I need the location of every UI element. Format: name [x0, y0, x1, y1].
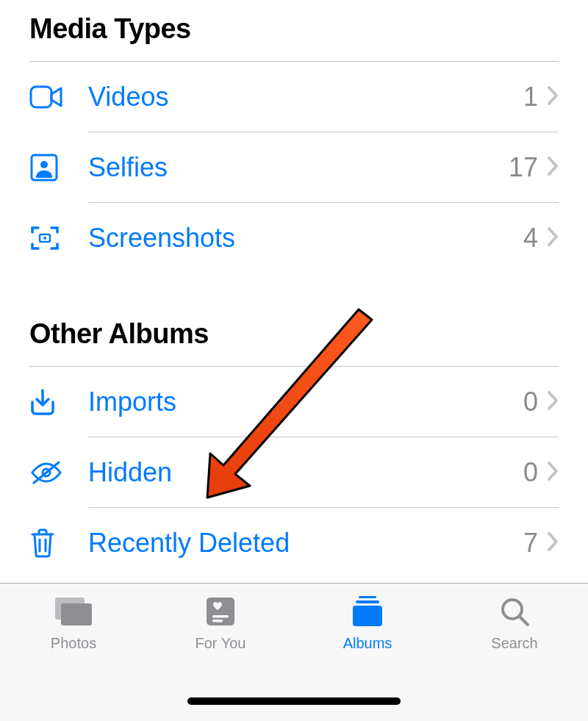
svg-point-4 — [43, 237, 46, 240]
row-count: 0 — [523, 387, 538, 417]
albums-stack-icon — [350, 594, 385, 629]
row-label: Selfies — [88, 152, 509, 183]
video-camera-icon — [29, 85, 88, 109]
chevron-right-icon — [547, 390, 559, 414]
section-header-media-types: Media Types — [29, 0, 559, 61]
chevron-right-icon — [547, 85, 559, 109]
row-count: 7 — [523, 528, 538, 559]
row-label: Hidden — [88, 457, 523, 488]
row-count: 0 — [523, 457, 538, 488]
tab-search[interactable]: Search — [452, 594, 577, 652]
import-icon — [29, 387, 88, 417]
row-label: Videos — [88, 82, 523, 112]
for-you-icon — [204, 594, 237, 629]
tab-photos[interactable]: Photos — [11, 594, 136, 652]
section-header-other-albums: Other Albums — [29, 273, 559, 366]
svg-rect-11 — [359, 596, 376, 598]
tab-label: For You — [196, 635, 246, 652]
chevron-right-icon — [547, 226, 559, 250]
row-count: 4 — [523, 223, 538, 254]
row-videos[interactable]: Videos 1 — [29, 62, 559, 132]
tab-albums[interactable]: Albums — [305, 594, 430, 652]
row-selfies[interactable]: Selfies 17 — [29, 132, 559, 202]
svg-rect-12 — [356, 600, 379, 603]
trash-icon — [29, 528, 88, 559]
tab-for-you[interactable]: For You — [158, 594, 283, 652]
person-square-icon — [29, 153, 88, 182]
photos-stack-icon — [52, 594, 95, 629]
chevron-right-icon — [547, 531, 559, 555]
svg-rect-0 — [31, 87, 51, 107]
tab-label: Search — [491, 635, 537, 652]
row-label: Screenshots — [88, 223, 523, 254]
svg-rect-13 — [353, 606, 382, 626]
row-recently-deleted[interactable]: Recently Deleted 7 — [29, 508, 559, 578]
row-screenshots[interactable]: Screenshots 4 — [29, 203, 559, 273]
row-count: 1 — [523, 82, 538, 112]
row-imports[interactable]: Imports 0 — [29, 367, 559, 437]
svg-rect-10 — [212, 620, 223, 623]
svg-rect-7 — [61, 603, 92, 625]
row-label: Imports — [88, 387, 523, 417]
svg-point-2 — [40, 161, 48, 168]
tab-label: Albums — [343, 635, 392, 652]
chevron-right-icon — [547, 461, 559, 484]
row-count: 17 — [509, 152, 538, 183]
row-hidden[interactable]: Hidden 0 — [29, 437, 559, 507]
eye-slash-icon — [29, 459, 88, 486]
svg-rect-9 — [212, 615, 229, 618]
chevron-right-icon — [547, 156, 559, 179]
tab-label: Photos — [51, 635, 96, 652]
search-icon — [498, 594, 531, 629]
home-indicator[interactable] — [187, 697, 401, 705]
screenshot-icon — [29, 223, 88, 253]
row-label: Recently Deleted — [88, 528, 523, 559]
